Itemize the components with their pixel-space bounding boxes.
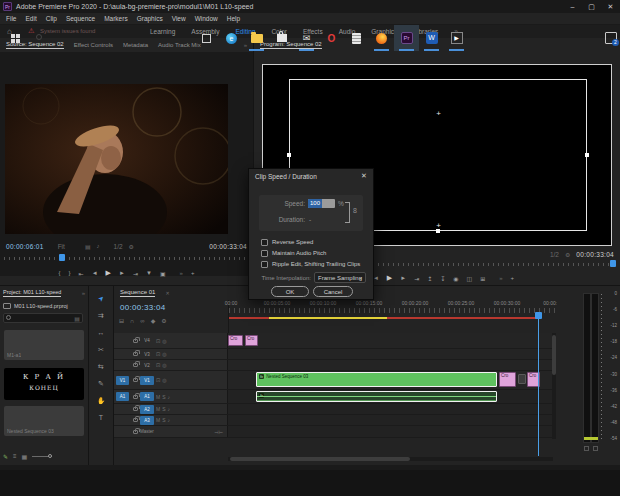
- maximize-button[interactable]: ▢: [582, 0, 601, 13]
- source-playback-resolution[interactable]: 1/2: [114, 243, 123, 250]
- pen-tool[interactable]: ✎: [89, 375, 113, 392]
- source-timecode-position[interactable]: 00:00:06:01: [6, 243, 44, 250]
- project-writable-icon[interactable]: ✎: [3, 453, 8, 460]
- program-play-button[interactable]: ▶: [387, 274, 392, 282]
- project-item-3[interactable]: Nested Sequence 03: [4, 406, 84, 436]
- lock-icon[interactable]: [133, 352, 138, 356]
- project-file-name[interactable]: M01 L10-speed.prproj: [14, 303, 68, 309]
- tab-effect-controls[interactable]: Effect Controls: [74, 42, 113, 48]
- track-output-eye-icon[interactable]: ◎: [162, 351, 166, 357]
- type-tool[interactable]: T: [89, 409, 113, 426]
- clip-v4-1[interactable]: Cro: [228, 335, 243, 346]
- solo-button[interactable]: S: [162, 406, 165, 412]
- project-search-box[interactable]: ▤: [3, 313, 83, 323]
- close-button[interactable]: ✕: [601, 0, 620, 13]
- mute-button[interactable]: M: [156, 394, 160, 400]
- solo-right-button[interactable]: [593, 446, 598, 451]
- transform-handle-left[interactable]: [287, 153, 291, 157]
- start-button[interactable]: [0, 25, 30, 51]
- sync-lock-icon[interactable]: ⊡: [156, 351, 160, 357]
- timeline-timecode[interactable]: 00:00:33:04: [120, 303, 166, 312]
- export-frame-button[interactable]: ◉: [453, 275, 458, 282]
- tab-project[interactable]: Project: M01 L10-speed: [3, 289, 61, 297]
- program-button-editor-icon[interactable]: +: [511, 275, 515, 281]
- ok-button[interactable]: OK: [271, 286, 309, 297]
- mark-in-button[interactable]: {: [59, 270, 61, 276]
- word-icon[interactable]: W: [419, 25, 444, 51]
- tab-sequence-01[interactable]: Sequence 01: [120, 289, 155, 297]
- play-button[interactable]: ▶: [106, 269, 111, 277]
- system-issues-text[interactable]: System issues found: [40, 28, 95, 34]
- source-settings-wrench-icon[interactable]: ⚙: [129, 243, 134, 250]
- track-target-v1[interactable]: V1: [140, 376, 154, 385]
- insert-button[interactable]: ▼: [146, 270, 152, 276]
- razor-tool[interactable]: ✂: [89, 341, 113, 358]
- program-settings-wrench-icon[interactable]: ⚙: [565, 251, 570, 258]
- duration-value[interactable]: -: [309, 216, 311, 223]
- linked-selection-icon[interactable]: ∞: [140, 318, 144, 324]
- track-target-a2[interactable]: A2: [140, 405, 154, 414]
- timeline-ruler[interactable]: 00:00 00:00:05:00 00:00:10:00 00:00:15:0…: [228, 300, 557, 333]
- multicam-button[interactable]: ⊞: [480, 275, 485, 282]
- lift-button[interactable]: ↥: [427, 275, 432, 282]
- source-patch-a1[interactable]: A1: [116, 392, 129, 401]
- program-step-forward-button[interactable]: ►: [400, 275, 406, 281]
- comparison-view-button[interactable]: ◫: [467, 275, 473, 282]
- lock-icon[interactable]: [133, 407, 138, 411]
- premiere-taskbar-icon[interactable]: Pr: [394, 25, 419, 51]
- speed-value-field[interactable]: 100: [308, 199, 335, 208]
- menu-sequence[interactable]: Sequence: [66, 15, 95, 22]
- reverse-speed-checkbox[interactable]: [261, 239, 268, 246]
- source-zoom-select[interactable]: Fit: [58, 243, 65, 250]
- go-to-out-button[interactable]: ⇥: [133, 270, 138, 277]
- timeline-playhead-head[interactable]: [535, 312, 542, 319]
- menu-window[interactable]: Window: [195, 15, 218, 22]
- track-target-v3[interactable]: V3: [140, 350, 154, 359]
- track-output-eye-icon[interactable]: ◎: [162, 377, 166, 383]
- lock-icon[interactable]: [133, 339, 138, 343]
- mail-icon[interactable]: ✉: [294, 25, 319, 51]
- menu-clip[interactable]: Clip: [46, 15, 57, 22]
- source-patch-v1[interactable]: V1: [116, 376, 129, 385]
- snap-icon[interactable]: ∩: [130, 318, 134, 324]
- icon-view-icon[interactable]: ▦: [22, 453, 28, 460]
- step-back-button[interactable]: ◄: [92, 270, 98, 276]
- clip-v1-small[interactable]: [518, 374, 526, 384]
- track-target-a1[interactable]: A1: [140, 392, 154, 401]
- track-height-icon[interactable]: ⊣⊢: [214, 429, 223, 435]
- lock-icon[interactable]: [133, 430, 138, 434]
- program-playhead[interactable]: [610, 260, 616, 267]
- source-scrub-bar[interactable]: [4, 254, 249, 262]
- add-marker-icon[interactable]: ◆: [151, 317, 156, 324]
- program-button-overflow-icon[interactable]: »: [499, 275, 502, 281]
- timeline-settings-wrench-icon[interactable]: ⚙: [161, 317, 166, 324]
- clip-v4-2[interactable]: Cro: [245, 335, 258, 346]
- drag-audio-icon[interactable]: ♪: [97, 243, 100, 249]
- minimize-button[interactable]: –: [563, 0, 582, 13]
- track-target-v2[interactable]: V2: [140, 361, 154, 370]
- project-item-1[interactable]: M1-a1: [4, 330, 84, 360]
- drag-video-icon[interactable]: ▤: [85, 243, 91, 250]
- edge-icon[interactable]: e: [219, 25, 244, 51]
- microsoft-store-icon[interactable]: [269, 25, 294, 51]
- menu-markers[interactable]: Markers: [104, 15, 127, 22]
- transform-handle-right[interactable]: [585, 153, 589, 157]
- task-view-button[interactable]: [194, 25, 219, 51]
- mark-out-button[interactable]: }: [69, 270, 71, 276]
- clip-v1-2[interactable]: Cro: [499, 372, 516, 387]
- slip-tool[interactable]: ⇆: [89, 358, 113, 375]
- ripple-edit-tool[interactable]: ↔: [89, 324, 113, 341]
- voiceover-record-icon[interactable]: ♪: [168, 406, 171, 412]
- voiceover-record-icon[interactable]: ♪: [168, 394, 171, 400]
- hand-tool[interactable]: ✋: [89, 392, 113, 409]
- lock-icon[interactable]: [133, 378, 138, 382]
- solo-button[interactable]: S: [162, 394, 165, 400]
- menu-edit[interactable]: Edit: [25, 15, 36, 22]
- project-tab-overflow-icon[interactable]: »: [82, 290, 85, 296]
- solo-button[interactable]: S: [162, 417, 165, 423]
- thumbnail-zoom-slider[interactable]: [32, 456, 52, 457]
- step-forward-button[interactable]: ►: [119, 270, 125, 276]
- timeline-horizontal-scrollbar[interactable]: [228, 457, 553, 461]
- dialog-close-icon[interactable]: ✕: [361, 172, 367, 180]
- lock-icon[interactable]: [133, 395, 138, 399]
